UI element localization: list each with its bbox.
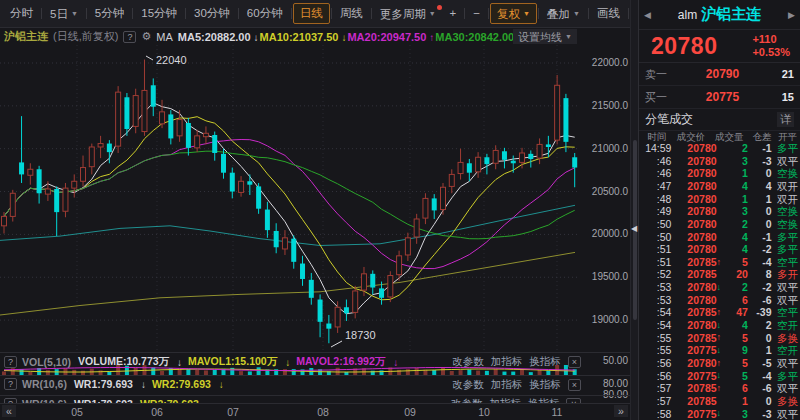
period-tab-8[interactable]: 更多周期▼ [373, 3, 443, 24]
adjust-mode-button[interactable]: 复权▼ [490, 3, 537, 24]
trade-price: 20785 [671, 333, 716, 344]
month-label: 10 [478, 406, 490, 418]
ask-qty: 21 [768, 68, 794, 80]
overlay-button[interactable]: 叠加▼ [540, 3, 587, 24]
open-close-flag: 双开 [772, 181, 798, 192]
help-icon[interactable]: ? [123, 31, 136, 43]
open-close-flag: 多开 [772, 269, 798, 280]
indicator-value: MA10:21037.50 [260, 31, 339, 43]
indicator-value: MA20:20947.50 [347, 31, 426, 43]
trade-time: :51 [642, 244, 671, 255]
trade-volume: 2 [724, 143, 748, 154]
open-close-flag: 空平 [772, 257, 798, 268]
indicator-value: WR(10,6) [22, 378, 67, 390]
up-arrow-icon: ↑ [717, 384, 725, 393]
month-label: 09 [404, 406, 416, 418]
pane-action-link[interactable]: 换指标 [529, 378, 561, 392]
pane-action-link[interactable]: 加指标 [491, 378, 523, 392]
period-tab-2[interactable]: 5分钟 [88, 3, 131, 24]
period-tab-7[interactable]: 周线 [333, 3, 370, 24]
down-arrow-icon: ↓ [141, 379, 146, 390]
quote-header: ◀ alm沪铝主连 ▶ [639, 0, 800, 30]
collapse-panel-icon[interactable]: ◀ [631, 224, 637, 233]
toolbar-separator [132, 8, 133, 19]
price-annotation: 18730 [345, 329, 376, 341]
pane-action-link[interactable]: 改参数 [452, 378, 484, 392]
volume-bars [0, 364, 578, 375]
position-diff: 1 [748, 194, 772, 205]
change-value: +110 [752, 33, 790, 46]
help-icon[interactable]: ? [4, 378, 17, 390]
trade-price: 20780 [671, 320, 716, 331]
month-label: 08 [317, 406, 329, 418]
wr-pane-1: ?WR(10,6)WR1:79.693↓WR2:79.693↓ 改参数加指标换指… [0, 375, 637, 395]
candlestick-chart[interactable]: 2204018730 [0, 45, 637, 352]
draw-line-button[interactable]: 画线 [590, 3, 627, 24]
next-symbol-icon[interactable]: ▶ [788, 10, 795, 20]
chevron-down-icon: ▼ [523, 4, 530, 23]
tick-trade-row: :5820775↓3-3双平 [639, 407, 800, 420]
toolbar-separator [628, 8, 629, 19]
up-arrow-icon: ↑ [429, 32, 434, 43]
period-tab-4[interactable]: 30分钟 [187, 3, 237, 24]
tick-trade-row: :53207806-6双平 [639, 294, 800, 307]
ma-legend: MA5:20882.00↓MA10:21037.50↓MA20:20947.50… [178, 31, 565, 43]
detail-link[interactable]: 详 [777, 112, 794, 127]
close-pane-icon[interactable]: × [568, 379, 581, 391]
position-diff: -3 [748, 409, 772, 420]
period-tab-3[interactable]: 15分钟 [134, 3, 184, 24]
scroll-right-button[interactable]: » [614, 405, 628, 417]
tick-trade-row: :5120785↑5-4空平 [639, 256, 800, 269]
tick-trade-row: :5720785↑6-6双平 [639, 382, 800, 395]
trade-time: :46 [642, 168, 671, 179]
position-diff: 4 [748, 181, 772, 192]
bid-price: 20775 [677, 90, 768, 104]
gear-icon[interactable]: ⚙ [141, 30, 151, 43]
position-diff: 8 [748, 269, 772, 280]
toolbar-separator [185, 8, 186, 19]
symbol-code: alm [678, 8, 697, 22]
open-close-flag: 空换 [772, 219, 798, 230]
scroll-left-button[interactable]: « [2, 405, 16, 417]
trade-price: 20780 [671, 194, 716, 205]
price-tick-label: 21500.0 [580, 100, 628, 111]
period-tab-1[interactable]: 5日▼ [43, 3, 85, 24]
toolbar-separator [291, 8, 292, 19]
period-tab-6[interactable]: 日线 [293, 3, 330, 24]
trade-volume: 3 [724, 409, 748, 420]
zoom-in-button[interactable]: + [443, 3, 464, 24]
notification-dot [437, 5, 442, 10]
toolbar-separator [464, 8, 465, 19]
trade-time: :50 [642, 219, 671, 230]
period-tabs: 分时5日▼5分钟15分钟30分钟60分钟日线周线更多周期▼ [3, 0, 443, 27]
trade-time: :53 [642, 295, 671, 306]
time-axis: « » 05060708091011 [0, 403, 637, 420]
trade-time: 14:59 [642, 143, 671, 154]
period-toolbar: 分时5日▼5分钟15分钟30分钟60分钟日线周线更多周期▼ +−复权▼叠加▼画线… [0, 0, 637, 28]
trade-time: :57 [642, 383, 671, 394]
trade-volume: 2 [724, 219, 748, 230]
trade-volume: 20 [724, 269, 748, 280]
open-close-flag: 空开 [772, 320, 798, 331]
tick-trades-title-row: 分笔成交 详 [639, 109, 800, 131]
zoom-out-button[interactable]: − [466, 3, 487, 24]
bid-qty: 15 [768, 91, 794, 103]
toolbar-separator [488, 8, 489, 19]
down-arrow-icon: ↓ [717, 321, 725, 330]
tick-trade-row: :472078044双开 [639, 180, 800, 193]
position-diff: 0 [748, 396, 772, 407]
trade-volume: 6 [724, 383, 748, 394]
period-tab-5[interactable]: 60分钟 [240, 3, 290, 24]
trade-volume: 3 [724, 206, 748, 217]
ma-settings-button[interactable]: 设置均线▼ [513, 29, 577, 44]
period-tab-0[interactable]: 分时 [3, 3, 40, 24]
open-close-flag: 多换 [772, 333, 798, 344]
prev-symbol-icon[interactable]: ◀ [644, 10, 651, 20]
trade-price: 20780 [671, 143, 716, 154]
open-close-flag: 空换 [772, 206, 798, 217]
wr1-pane-actions: 改参数加指标换指标× [452, 378, 581, 392]
position-diff: -2 [748, 282, 772, 293]
trade-price: 20780 [671, 206, 716, 217]
tick-trade-row: 14:59207802-1多平 [639, 142, 800, 155]
last-price: 20780 [651, 33, 717, 60]
